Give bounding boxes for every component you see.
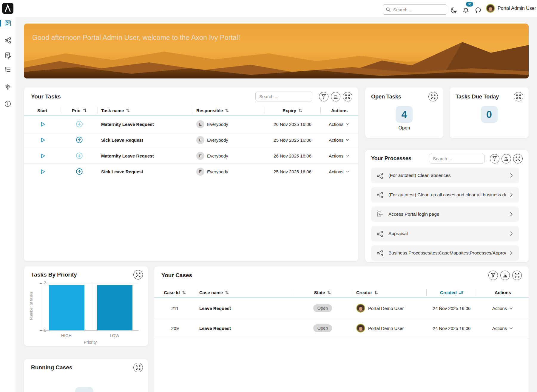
chart-icon [333,94,339,100]
processes-filter-button[interactable] [490,154,499,163]
sidebar-item-cases[interactable] [4,66,12,73]
bar-chart [42,283,139,331]
sidebar-item-dashboard[interactable] [4,19,12,27]
cases-expand-button[interactable] [512,271,522,280]
tasks-table-header: Start Prio Task name Responsible Expiry … [24,105,358,115]
filter-icon [491,155,498,162]
chevron-down-icon [509,306,513,311]
dashboard-icon [4,20,11,27]
chevron-down-icon [345,154,350,158]
dark-mode-toggle[interactable] [449,6,458,15]
expand-icon [135,271,142,278]
process-icon [376,192,383,198]
start-task-button[interactable] [39,121,46,128]
tasks-analytics-button[interactable] [331,92,340,101]
sidebar-item-guide[interactable] [4,83,12,91]
process-icon [376,230,383,237]
topbar: 30 Portal Admin User [0,0,537,17]
column-actions: Actions [477,287,529,297]
task-row[interactable]: Maternity Leave Request EEverybody 26 No… [24,116,358,132]
running-cases-expand-button[interactable] [133,363,143,372]
column-created-sorted[interactable]: Created [426,287,477,297]
task-expiry: 26 Nov 2025 16:06 [265,148,320,163]
column-case-name[interactable]: Case name [196,287,293,297]
task-actions-menu[interactable]: Actions [320,148,358,163]
column-responsible[interactable]: Responsible [193,105,265,115]
cases-filter-button[interactable] [488,271,498,280]
process-item[interactable]: Access Portal login page [371,206,519,222]
column-prio[interactable]: Prio [61,105,98,115]
column-expiry[interactable]: Expiry [265,105,320,115]
chevron-right-icon [508,192,514,198]
your-processes-widget: Your Processes (For autotest) Clean abse… [365,150,529,262]
chevron-right-icon [508,172,514,178]
case-row[interactable]: 211 Leave Request Open Portal Demo User … [154,298,529,318]
column-creator[interactable]: Creator [353,287,426,297]
processes-expand-button[interactable] [513,154,523,163]
process-item[interactable]: Appraisal [371,226,519,241]
task-row[interactable]: Sick Leave Request EEverybody 25 Nov 202… [24,163,358,179]
responsible-avatar: E [196,152,204,160]
process-item[interactable]: Business Processes/testCaseMaps/testProc… [371,245,519,261]
sort-desc-icon [459,290,463,295]
case-id: 211 [154,298,196,318]
chevron-right-icon [508,250,514,256]
task-row[interactable]: Maternity Leave Request EEverybody 26 No… [24,148,358,163]
user-avatar[interactable] [486,4,495,13]
widget-title: Running Cases [31,364,72,371]
task-actions-menu[interactable]: Actions [320,132,358,148]
user-menu[interactable]: Portal Admin User [498,0,536,17]
sort-icon [298,108,303,113]
responsible-avatar: E [196,136,204,144]
task-name: Sick Leave Request [98,132,193,148]
task-actions-menu[interactable]: Actions [320,116,358,132]
task-row[interactable]: Sick Leave Request EEverybody 25 Nov 202… [24,132,358,148]
feedback-button[interactable] [474,6,483,15]
open-tasks-expand-button[interactable] [428,92,438,101]
bell-icon [462,6,470,14]
processes-search-input[interactable] [429,154,485,163]
global-search [383,4,447,15]
running-cases-count-tile [75,387,93,392]
global-search-input[interactable] [383,4,447,15]
tasks-filter-button[interactable] [319,92,328,101]
tasks-search-input[interactable] [255,92,312,101]
cases-analytics-button[interactable] [500,271,510,280]
start-task-button[interactable] [39,152,46,159]
greeting-text: Good afternoon Portal Admin User, welcom… [32,34,240,42]
tasks-expand-button[interactable] [343,92,352,101]
x-axis-title: Priority [42,340,139,345]
tasks-icon [4,52,11,59]
running-cases-widget: Running Cases [24,359,148,392]
tasks-due-expand-button[interactable] [514,92,523,101]
open-tasks-label: Open [365,125,443,131]
notifications-button[interactable]: 30 [461,6,470,15]
chart-expand-button[interactable] [133,270,143,280]
process-item[interactable]: (For autotest) Clean up all cases and cl… [371,187,519,203]
column-task-name[interactable]: Task name [98,105,193,115]
column-start: Start [24,105,61,115]
case-row[interactable]: 209 Leave Request Open Portal Demo User … [154,318,529,338]
widget-title: Your Processes [371,155,411,162]
start-task-button[interactable] [39,168,46,175]
widget-title: Open Tasks [371,94,401,100]
case-actions-menu[interactable]: Actions [477,318,529,338]
creator-name: Portal Demo User [368,306,404,311]
column-state[interactable]: State [293,287,353,297]
start-task-button[interactable] [39,137,46,143]
column-case-id[interactable]: Case Id [154,287,196,297]
expand-icon [135,364,142,371]
welcome-banner: Good afternoon Portal Admin User, welcom… [24,24,529,78]
widget-title: Tasks Due Today [456,94,499,100]
sidebar-item-info[interactable] [4,100,12,108]
sidebar-item-tasks[interactable] [4,51,12,59]
state-badge: Open [313,324,332,332]
process-icon [376,250,383,257]
sidebar-item-processes[interactable] [4,36,12,44]
process-item[interactable]: (For autotest) Clean absences [371,168,519,183]
case-actions-menu[interactable]: Actions [477,298,529,318]
axonivy-logo[interactable] [2,3,13,14]
widget-title: Your Cases [161,272,192,279]
processes-analytics-button[interactable] [501,154,511,163]
task-actions-menu[interactable]: Actions [320,164,358,179]
